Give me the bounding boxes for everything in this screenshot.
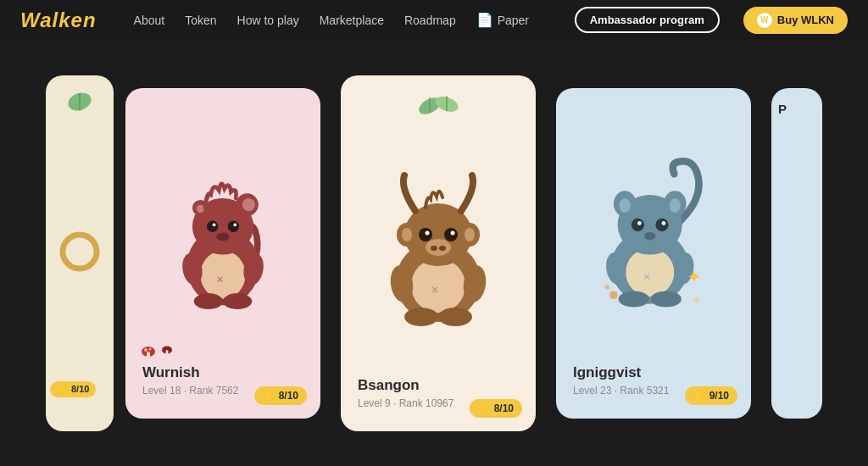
svg-point-39 — [444, 228, 458, 241]
svg-point-22 — [144, 348, 147, 352]
nav-paper[interactable]: 📄 Paper — [476, 12, 529, 28]
svg-point-42 — [426, 239, 451, 256]
nav-link-marketplace[interactable]: Marketplace — [320, 14, 384, 27]
cards-carousel: ⚡ 8/10 × — [29, 58, 839, 448]
right-peek-name: P — [778, 102, 815, 116]
card-bsangon[interactable]: × — [341, 75, 536, 431]
igniggvist-creature: × — [573, 105, 734, 356]
buy-button-label: Buy WLKN — [777, 14, 834, 26]
svg-point-12 — [228, 220, 239, 231]
bsangon-name: Bsangon — [358, 377, 519, 394]
wurnish-creature: × — [142, 105, 303, 356]
svg-text:×: × — [216, 272, 223, 285]
card-peek-left[interactable]: ⚡ 8/10 — [46, 75, 114, 431]
nav-links: About Token How to play Marketplace Road… — [134, 12, 551, 28]
leaf-decoration-left — [64, 88, 95, 114]
logo[interactable]: Walken — [20, 8, 97, 32]
ring-decoration — [58, 230, 101, 273]
svg-rect-25 — [166, 350, 169, 356]
bsangon-creature: × — [358, 92, 519, 369]
card-igniggvist[interactable]: × — [556, 88, 751, 419]
svg-point-57 — [631, 218, 643, 230]
svg-point-60 — [661, 221, 665, 225]
nav-link-about[interactable]: About — [134, 14, 165, 27]
card-wurnish[interactable]: × — [125, 88, 320, 419]
igniggvist-svg: × — [588, 146, 720, 315]
svg-point-15 — [216, 232, 229, 241]
svg-point-58 — [655, 218, 668, 230]
ambassador-button[interactable]: Ambassador program — [575, 7, 720, 33]
svg-point-23 — [149, 347, 152, 350]
nav-link-token[interactable]: Token — [185, 14, 216, 27]
navbar: Walken About Token How to play Marketpla… — [0, 0, 868, 40]
wlkn-coin-icon: W — [757, 13, 772, 28]
svg-point-10 — [197, 204, 205, 213]
lightning-icon-wurnish: ⚡ — [263, 390, 275, 402]
lightning-icon-bsangon: ⚡ — [478, 402, 491, 414]
nav-link-how-to-play[interactable]: How to play — [237, 14, 299, 27]
svg-point-11 — [207, 220, 218, 231]
svg-point-65 — [650, 291, 681, 307]
igniggvist-badge: ⚡ 9/10 — [685, 386, 737, 405]
svg-text:×: × — [643, 270, 650, 283]
wurnish-name: Wurnish — [142, 364, 303, 381]
igniggvist-name: Igniggvist — [573, 364, 734, 381]
svg-text:✦: ✦ — [693, 293, 701, 305]
wurnish-badge: ⚡ 8/10 — [254, 386, 307, 405]
svg-point-35 — [402, 228, 412, 241]
svg-point-19 — [223, 293, 252, 309]
mushroom-deco — [141, 344, 173, 361]
bsangon-badge: ⚡ 8/10 — [470, 399, 522, 418]
svg-point-56 — [669, 197, 680, 212]
svg-point-43 — [431, 246, 437, 251]
left-peek-badge: ⚡ 8/10 — [50, 381, 96, 397]
svg-rect-21 — [147, 352, 150, 359]
wurnish-badge-value: 8/10 — [279, 390, 298, 402]
svg-point-2 — [63, 235, 97, 269]
nav-link-roadmap[interactable]: Roadmap — [404, 14, 456, 27]
svg-point-38 — [419, 228, 432, 241]
igniggvist-badge-value: 9/10 — [709, 390, 729, 402]
paper-icon: 📄 — [476, 12, 493, 28]
lightning-icon-left-peek: ⚡ — [57, 384, 69, 395]
lightning-icon-igniggvist: ⚡ — [693, 390, 706, 402]
svg-point-48 — [438, 308, 472, 326]
svg-point-47 — [404, 308, 438, 326]
svg-point-44 — [439, 246, 446, 251]
svg-point-18 — [194, 293, 223, 309]
card-peek-right[interactable]: P — [771, 88, 822, 419]
svg-text:✦: ✦ — [686, 266, 701, 286]
svg-point-59 — [637, 221, 641, 225]
svg-point-64 — [618, 291, 648, 307]
svg-point-41 — [451, 230, 455, 235]
svg-point-54 — [619, 197, 630, 212]
svg-point-40 — [426, 230, 430, 235]
bsangon-badge-value: 8/10 — [494, 402, 514, 414]
svg-point-69 — [604, 284, 609, 289]
bsangon-svg: × — [375, 150, 502, 328]
svg-point-61 — [644, 231, 655, 240]
main-content: ⚡ 8/10 × — [0, 40, 868, 466]
svg-point-68 — [609, 291, 618, 299]
nav-link-paper: Paper — [498, 14, 529, 27]
svg-point-37 — [465, 228, 475, 241]
svg-point-14 — [233, 223, 236, 226]
svg-point-8 — [242, 198, 255, 211]
svg-point-13 — [213, 223, 216, 226]
buy-button[interactable]: W Buy WLKN — [743, 7, 848, 34]
wurnish-svg: × — [164, 150, 282, 311]
left-peek-badge-value: 8/10 — [71, 384, 89, 394]
svg-text:×: × — [431, 283, 438, 297]
